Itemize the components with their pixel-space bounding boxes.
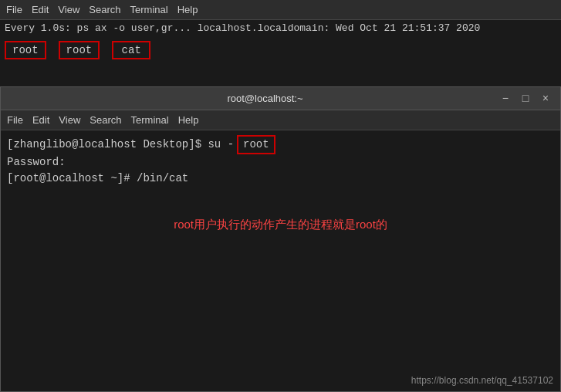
terminal-line-2: Password: — [7, 154, 554, 171]
maximize-button[interactable]: □ — [519, 93, 532, 105]
outer-menu-file[interactable]: File — [6, 4, 22, 15]
inner-menu-terminal[interactable]: Terminal — [131, 114, 169, 126]
annotation-text: root用户执行的动作产生的进程就是root的 — [7, 210, 554, 240]
close-button[interactable]: × — [539, 93, 553, 105]
outer-menu-search[interactable]: Search — [89, 4, 120, 15]
terminal-line-3: [root@localhost ~]# /bin/cat — [7, 171, 554, 187]
outer-menu-terminal[interactable]: Terminal — [130, 4, 168, 15]
inner-menu-search[interactable]: Search — [90, 114, 121, 126]
minimize-button[interactable]: − — [498, 93, 512, 105]
inner-menu-view[interactable]: View — [59, 114, 80, 126]
outer-menu-view[interactable]: View — [58, 4, 79, 15]
outer-terminal: File Edit View Search Terminal Help Ever… — [0, 0, 561, 89]
window-controls: − □ × — [498, 93, 553, 105]
inner-menu-file[interactable]: File — [7, 114, 23, 126]
outer-menu-help[interactable]: Help — [177, 4, 198, 15]
ps-cell-user: root — [5, 41, 46, 59]
ps-cell-group: root — [59, 41, 100, 59]
ps-row: root root cat — [0, 38, 561, 63]
inner-titlebar: root@localhost:~ − □ × — [1, 87, 560, 110]
root-highlight: root — [237, 135, 275, 154]
prompt-1: [zhanglibo@localhost Desktop]$ su - — [7, 137, 234, 153]
bincat-line: [root@localhost ~]# /bin/cat — [7, 171, 188, 187]
inner-menu-edit[interactable]: Edit — [32, 114, 49, 126]
ps-cell-cmd: cat — [112, 41, 150, 59]
password-line: Password: — [7, 154, 66, 171]
outer-menubar: File Edit View Search Terminal Help — [0, 0, 561, 20]
inner-menubar: File Edit View Search Terminal Help — [1, 110, 560, 130]
ps-header: Every 1.0s: ps ax -o user,gr... localhos… — [0, 20, 561, 36]
terminal-content: [zhanglibo@localhost Desktop]$ su - root… — [1, 130, 560, 245]
inner-title-text: root@localhost:~ — [32, 93, 498, 104]
terminal-line-1: [zhanglibo@localhost Desktop]$ su - root — [7, 135, 554, 154]
watermark: https://blog.csdn.net/qq_41537102 — [411, 375, 553, 386]
inner-terminal: root@localhost:~ − □ × File Edit View Se… — [0, 86, 561, 392]
inner-menu-help[interactable]: Help — [178, 114, 199, 126]
outer-menu-edit[interactable]: Edit — [32, 4, 49, 15]
